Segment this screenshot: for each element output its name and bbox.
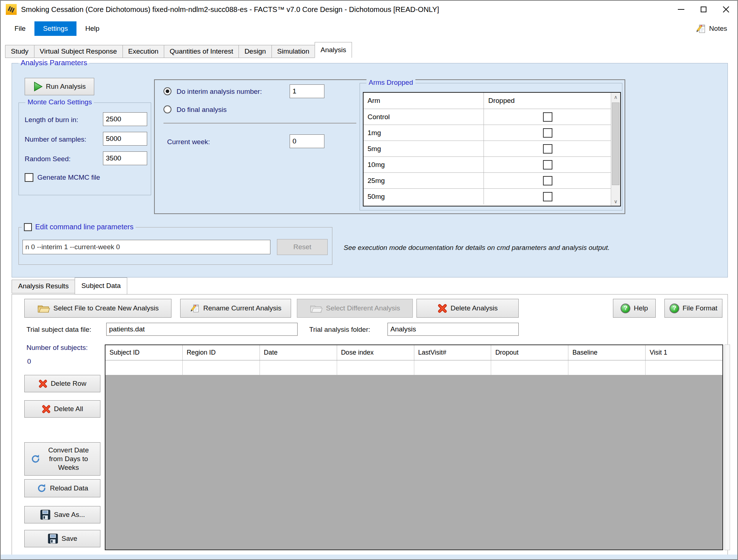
tab-analysis-results[interactable]: Analysis Results [12, 280, 75, 293]
interim-radio[interactable] [163, 87, 171, 95]
tab-execution[interactable]: Execution [123, 45, 164, 58]
dropped-checkbox[interactable] [543, 160, 552, 170]
samples-input[interactable] [103, 132, 147, 146]
grid-empty-row[interactable] [105, 360, 722, 375]
mode-separator [163, 123, 356, 124]
notepad-pencil-icon [696, 23, 706, 34]
dropped-checkbox[interactable] [543, 112, 552, 122]
cmd-params-input[interactable] [22, 240, 270, 254]
col-lastvisit[interactable]: LastVisit# [414, 345, 492, 360]
tab-study[interactable]: Study [5, 45, 34, 58]
menu-settings[interactable]: Settings [34, 21, 77, 36]
trial-file-label: Trial subject data file: [26, 326, 91, 334]
final-label: Do final analysis [177, 106, 227, 114]
notes-button[interactable]: Notes [696, 23, 727, 34]
reload-data-button[interactable]: Reload Data [24, 479, 100, 497]
select-file-new-analysis-button[interactable]: Select File to Create New Analysis [24, 299, 171, 318]
red-x-icon [42, 405, 51, 414]
arms-dropped-title: Arms Dropped [366, 79, 415, 87]
close-button[interactable] [715, 1, 737, 18]
maximize-button[interactable] [692, 1, 715, 18]
subject-count-label: Number of subjects: [26, 344, 88, 352]
delete-all-label: Delete All [54, 405, 83, 413]
run-analysis-button[interactable]: Run Analysis [25, 78, 94, 95]
arms-row: 50mg [364, 188, 620, 204]
tab-design[interactable]: Design [239, 45, 271, 58]
col-baseline[interactable]: Baseline [568, 345, 646, 360]
minimize-icon [678, 9, 684, 10]
delete-row-label: Delete Row [51, 380, 86, 388]
tab-virtual-subject-response[interactable]: Virtual Subject Response [34, 45, 123, 58]
col-subject-id[interactable]: Subject ID [105, 345, 183, 360]
interim-number-input[interactable] [290, 84, 324, 98]
arms-header-row: Arm Dropped [364, 93, 620, 109]
minimize-button[interactable] [670, 1, 692, 18]
col-date[interactable]: Date [260, 345, 337, 360]
results-tab-strip: Analysis Results Subject Data [12, 277, 127, 293]
generate-mcmc-row: Generate MCMC file [25, 173, 100, 182]
seed-input[interactable] [103, 151, 147, 165]
delete-row-button[interactable]: Delete Row [24, 375, 100, 392]
col-visit-1[interactable]: Visit 1 [646, 345, 722, 360]
arm-name: 10mg [364, 157, 484, 172]
arms-row: 10mg [364, 156, 620, 172]
col-dropout[interactable]: Dropout [491, 345, 568, 360]
generate-mcmc-checkbox[interactable] [25, 173, 33, 182]
save-as-button[interactable]: Save As... [24, 506, 100, 523]
rename-analysis-button[interactable]: Rename Current Analysis [180, 299, 291, 318]
delete-all-button[interactable]: Delete All [24, 400, 100, 418]
convert-date-label: Convert Date from Days to Weeks [43, 446, 94, 472]
help-button[interactable]: ? Help [613, 299, 656, 318]
generate-mcmc-label: Generate MCMC file [37, 174, 100, 181]
tab-simulation[interactable]: Simulation [271, 45, 315, 58]
convert-date-button[interactable]: Convert Date from Days to Weeks [24, 442, 100, 476]
subject-data-grid: Subject ID Region ID Date Dose index Las… [105, 344, 723, 550]
tab-quantities-of-interest[interactable]: Quantities of Interest [164, 45, 239, 58]
tab-subject-data[interactable]: Subject Data [75, 277, 127, 294]
dropped-checkbox[interactable] [543, 192, 552, 201]
dropped-checkbox[interactable] [543, 176, 552, 185]
current-week-input[interactable] [290, 134, 324, 148]
reload-data-label: Reload Data [50, 484, 88, 492]
red-x-icon [38, 379, 47, 388]
trial-folder-input[interactable] [387, 323, 519, 336]
arms-row: Control [364, 109, 620, 125]
scroll-up-icon[interactable]: ∧ [611, 93, 620, 101]
save-as-label: Save As... [54, 511, 85, 519]
arms-scrollbar[interactable]: ∧ ∨ [611, 93, 620, 206]
seed-label: Random Seed: [25, 155, 71, 163]
col-region-id[interactable]: Region ID [183, 345, 260, 360]
scrollbar-thumb[interactable] [612, 103, 619, 185]
reset-button[interactable]: Reset [277, 239, 328, 255]
select-different-label: Select Different Analysis [326, 304, 400, 312]
trial-file-input[interactable] [106, 323, 298, 336]
select-different-analysis-button[interactable]: Select Different Analysis [297, 299, 413, 318]
col-dose-index[interactable]: Dose index [337, 345, 414, 360]
menu-bar: File Settings Help Notes [1, 18, 737, 39]
save-label: Save [62, 535, 77, 543]
final-radio[interactable] [163, 105, 171, 113]
cmd-doc-note: See execution mode documentation for det… [344, 244, 610, 252]
dropped-checkbox[interactable] [543, 128, 552, 138]
current-week-label: Current week: [167, 138, 210, 146]
grid-scrollbar[interactable] [725, 344, 730, 550]
dropped-checkbox[interactable] [543, 144, 552, 154]
save-button[interactable]: Save [24, 530, 100, 547]
app-logo-icon [6, 4, 17, 15]
arm-name: 5mg [364, 141, 484, 156]
red-x-icon [438, 304, 447, 313]
scroll-down-icon[interactable]: ∨ [611, 197, 620, 206]
edit-cmd-checkbox[interactable] [24, 223, 32, 231]
delete-analysis-label: Delete Analysis [451, 304, 498, 312]
app-window: Smoking Cessation (Core Dichotomous) fix… [0, 0, 738, 560]
menu-file[interactable]: File [6, 21, 34, 36]
tab-analysis[interactable]: Analysis [315, 42, 352, 58]
samples-label: Number of samples: [25, 135, 86, 143]
arms-dropped-group: Arms Dropped Arm Dropped Control 1mg [360, 83, 622, 210]
file-format-button[interactable]: ? File Format [664, 299, 722, 318]
rename-analysis-label: Rename Current Analysis [203, 304, 281, 312]
folder-icon [37, 303, 50, 313]
delete-analysis-button[interactable]: Delete Analysis [416, 299, 519, 318]
burn-in-input[interactable] [103, 112, 147, 126]
menu-help[interactable]: Help [76, 21, 108, 36]
